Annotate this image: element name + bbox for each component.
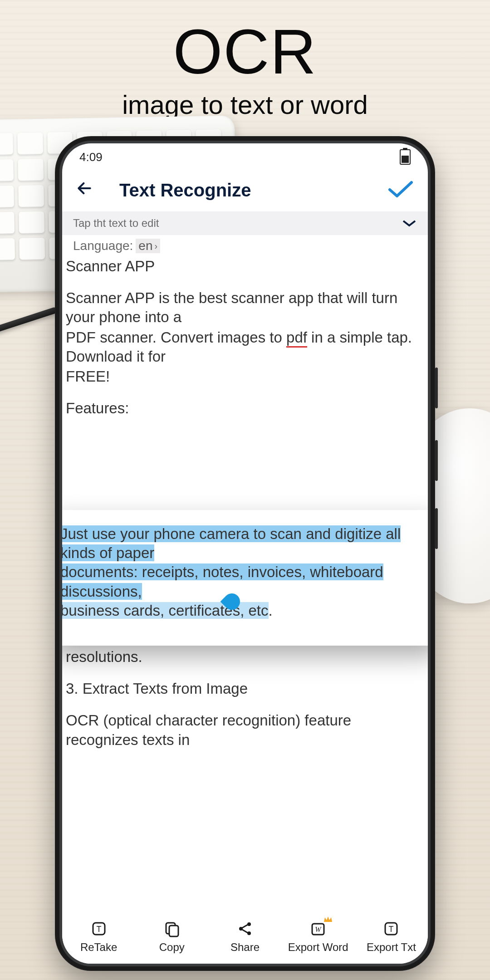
chevron-down-icon — [402, 216, 417, 231]
language-row[interactable]: Language: en › — [62, 235, 428, 256]
export-txt-label: Export Txt — [367, 941, 416, 954]
retake-button[interactable]: T ReTake — [62, 909, 135, 964]
export-word-icon: W — [309, 919, 328, 938]
export-txt-icon: T — [382, 919, 401, 938]
text-line: resolutions. — [66, 647, 426, 666]
headline-title: OCR — [0, 18, 490, 85]
export-word-label: Export Word — [288, 941, 348, 954]
language-chip[interactable]: en › — [136, 239, 160, 253]
copy-icon — [162, 919, 181, 938]
text-line: Scanner APP is the best scanner app that… — [66, 289, 426, 327]
text-line: FREE! — [66, 367, 426, 386]
text-selection-popup[interactable]: Just use your phone camera to scan and d… — [62, 510, 428, 646]
battery-icon — [400, 149, 411, 165]
language-code: en — [138, 239, 152, 253]
text-title: Scanner APP — [66, 257, 426, 276]
premium-crown-icon — [323, 915, 333, 925]
svg-text:T: T — [96, 925, 101, 934]
spellcheck-underline: pdf — [286, 329, 307, 348]
text-line: OCR (optical character recognition) feat… — [66, 711, 426, 749]
section-heading: 3. Extract Texts from Image — [66, 679, 426, 698]
marketing-headline: OCR image to text or word — [0, 0, 490, 120]
status-time: 4:09 — [79, 150, 103, 164]
language-label: Language: — [73, 239, 133, 253]
copy-label: Copy — [159, 941, 185, 954]
phone-screen: 4:09 Text Recognize Tap tht text to edit — [62, 143, 428, 964]
bg-pen — [0, 307, 58, 335]
chevron-right-icon: › — [155, 241, 158, 251]
headline-subtitle: image to text or word — [0, 89, 490, 120]
export-word-button[interactable]: W Export Word — [282, 909, 355, 964]
copy-button[interactable]: Copy — [135, 909, 208, 964]
page-title: Text Recognize — [119, 180, 251, 201]
phone-frame: 4:09 Text Recognize Tap tht text to edit — [55, 136, 435, 971]
svg-rect-3 — [169, 926, 178, 936]
selected-text: documents: receipts, notes, invoices, wh… — [62, 564, 383, 599]
share-icon — [235, 919, 255, 938]
svg-point-6 — [247, 931, 251, 935]
confirm-check-icon[interactable] — [387, 179, 414, 201]
svg-point-5 — [247, 922, 251, 926]
export-txt-button[interactable]: T Export Txt — [355, 909, 428, 964]
share-button[interactable]: Share — [208, 909, 281, 964]
edit-hint-text: Tap tht text to edit — [73, 217, 159, 230]
back-arrow-icon[interactable] — [76, 180, 93, 201]
retake-icon: T — [89, 919, 108, 938]
svg-text:T: T — [389, 925, 394, 934]
retake-label: ReTake — [80, 941, 117, 954]
share-label: Share — [230, 941, 260, 954]
bottom-action-bar: T ReTake Copy Share — [62, 909, 428, 964]
app-header: Text Recognize — [62, 171, 428, 211]
recognized-text[interactable]: Scanner APP Scanner APP is the best scan… — [62, 256, 428, 750]
edit-hint-bar[interactable]: Tap tht text to edit — [62, 211, 428, 235]
selected-text: Just use your phone camera to scan and d… — [62, 525, 401, 561]
svg-text:W: W — [315, 926, 322, 933]
features-heading: Features: — [66, 399, 426, 418]
text-line: PDF scanner. Convert images to pdf in a … — [66, 328, 426, 366]
status-bar: 4:09 — [62, 143, 428, 171]
